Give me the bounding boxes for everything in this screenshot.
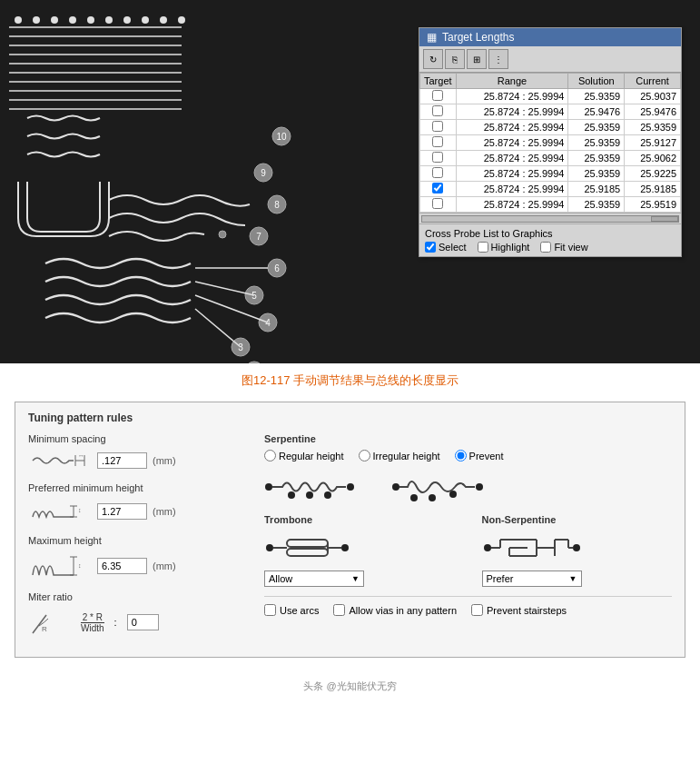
min-spacing-label: Minimum spacing [28,433,246,444]
svg-point-11 [15,16,22,24]
max-height-unit: (mm) [153,561,176,571]
trombone-shape [264,531,455,565]
min-spacing-unit: (mm) [153,455,176,466]
panel-toolbar: ↻ ⎘ ⊞ ⋮ [419,46,681,73]
svg-point-68 [266,544,273,551]
pcb-view: 10 9 8 7 6 5 4 3 2 ▦ Target Len [0,0,700,363]
svg-point-14 [69,16,76,24]
svg-text:3: 3 [238,342,243,352]
prevent-option[interactable]: Prevent [455,450,504,461]
non-serpentine-shape [482,531,673,565]
highlight-check[interactable]: Highlight [478,242,530,253]
svg-point-67 [476,483,483,491]
svg-point-16 [105,16,113,24]
max-height-input[interactable] [97,558,147,574]
miter-label: Miter ratio [28,591,246,602]
svg-text:↕: ↕ [78,562,82,569]
miter-icon: R [28,606,74,639]
prevent-stairsteps-check[interactable]: Prevent stairsteps [471,604,567,616]
svg-rect-70 [287,540,328,547]
table-row: 25.8724 : 25.999425.935925.9062 [420,151,681,166]
miter-formula: 2 * R Width [81,612,104,633]
min-spacing-section: Minimum spacing ↔ (mm) [28,433,246,473]
pref-height-unit: (mm) [153,506,176,517]
left-rules: Minimum spacing ↔ (mm) [28,433,246,648]
pref-height-section: Preferred minimum height ↕ (mm) [28,482,246,526]
non-serpentine-section: Non-Serpentine [482,514,673,587]
non-serpentine-title: Non-Serpentine [482,514,673,525]
svg-point-60 [306,491,313,499]
irregular-serpentine-icon [391,469,500,505]
lengths-table: Target Range Solution Current 25.8724 : … [419,73,681,213]
columns-button[interactable]: ⋮ [488,49,508,69]
trombone-icon [264,531,355,565]
use-arcs-check[interactable]: Use arcs [264,604,319,616]
right-rules: Serpentine Regular height Irregular heig… [264,433,672,648]
table-row: 25.8724 : 25.999425.935925.9225 [420,166,681,182]
col-target: Target [420,74,457,89]
svg-point-75 [484,544,491,551]
min-spacing-icon: ↔ [28,448,92,473]
svg-text:5: 5 [251,291,257,301]
table-row: 25.8724 : 25.999425.935925.9359 [420,120,681,135]
svg-point-43 [219,231,226,238]
serpentine-section: Serpentine Regular height Irregular heig… [264,433,672,505]
svg-text:4: 4 [265,318,271,328]
fit-view-check[interactable]: Fit view [540,242,587,253]
pattern-icons [264,469,672,505]
trombone-dropdown[interactable]: Allow ▼ [264,571,364,587]
miter-section: Miter ratio R 2 * R Width : [28,591,246,639]
svg-point-15 [87,16,94,24]
svg-text:7: 7 [256,232,261,242]
col-range: Range [456,74,568,89]
svg-text:8: 8 [274,200,280,210]
table-row: 25.8724 : 25.999425.935925.9127 [420,135,681,151]
min-spacing-input[interactable] [97,452,147,469]
target-lengths-panel: ▦ Target Lengths ↻ ⎘ ⊞ ⋮ Target Range So… [419,27,682,257]
select-check[interactable]: Select [425,242,467,253]
footer: 头条 @光知能伏无穷 [0,672,700,697]
svg-text:6: 6 [274,263,280,273]
serpentine-options: Regular height Irregular height Prevent [264,450,672,461]
cross-probe-title: Cross Probe List to Graphics [425,228,675,239]
copy-button[interactable]: ⎘ [445,49,465,69]
svg-point-59 [288,491,295,499]
regular-height-option[interactable]: Regular height [264,450,344,461]
max-height-label: Maximum height [28,535,246,546]
table-row: 25.8724 : 25.999425.918525.9185 [420,182,681,197]
scrollbar[interactable] [419,213,681,223]
pref-height-input[interactable] [97,503,147,520]
col-current: Current [625,74,681,89]
svg-point-65 [429,494,436,501]
svg-point-12 [33,16,40,24]
panel-icon: ▦ [427,31,437,44]
irregular-height-option[interactable]: Irregular height [359,450,440,461]
pref-height-icon: ↕ [28,497,92,526]
bottom-checks: Use arcs Allow vias in any pattern Preve… [264,596,672,616]
col-solution: Solution [568,74,625,89]
table-row: 25.8724 : 25.999425.935925.9519 [420,197,681,213]
table-row: 25.8724 : 25.999425.947625.9476 [420,104,681,120]
panel-title: ▦ Target Lengths [419,28,681,46]
svg-point-13 [51,16,58,24]
trombone-title: Trombone [264,514,455,525]
svg-point-17 [123,16,131,24]
miter-input[interactable] [127,614,159,630]
table-button[interactable]: ⊞ [467,49,487,69]
svg-text:9: 9 [261,168,266,178]
svg-point-63 [392,483,399,491]
svg-point-18 [142,16,149,24]
svg-point-20 [178,16,185,24]
allow-vias-check[interactable]: Allow vias in any pattern [333,604,457,616]
table-row: 25.8724 : 25.999425.935925.9037 [420,89,681,104]
tuning-title: Tuning pattern rules [28,412,672,424]
svg-point-62 [347,483,354,491]
max-height-section: Maximum height ↕ (mm) [28,535,246,582]
pref-height-label: Preferred minimum height [28,482,246,493]
non-serpentine-dropdown[interactable]: Prefer ▼ [482,571,582,587]
svg-text:↔: ↔ [78,452,84,459]
svg-rect-71 [287,549,328,556]
serpentine-title: Serpentine [264,433,672,444]
refresh-button[interactable]: ↻ [423,49,443,69]
max-height-icon: ↕ [28,550,92,582]
